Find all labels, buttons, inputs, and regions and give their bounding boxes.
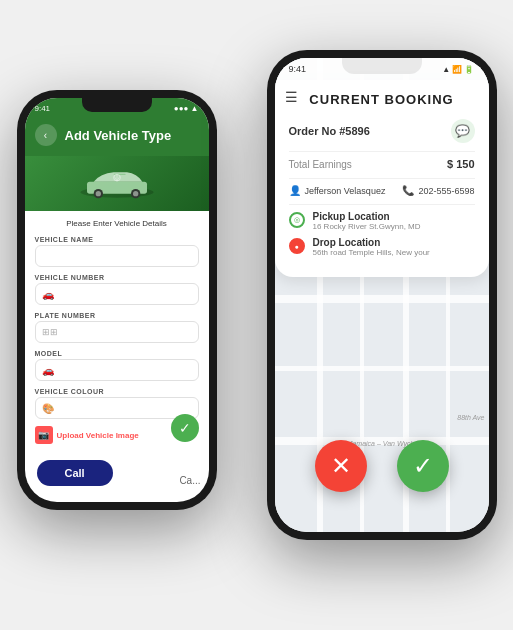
menu-button[interactable]: ☰: [285, 88, 298, 106]
vehicle-number-label: VEHICLE NUMBER: [35, 274, 199, 281]
order-row: Order No #5896 💬: [289, 119, 475, 143]
confirm-fab[interactable]: ✓: [171, 414, 199, 442]
vehicle-name-label: VEHICLE NAME: [35, 236, 199, 243]
order-number: Order No #5896: [289, 125, 370, 137]
left-time: 9:41: [35, 104, 51, 113]
car-illustration: [77, 167, 157, 200]
colour-label: VEHICLE COLOUR: [35, 388, 199, 395]
right-status-bar: 9:41 ▲ 📶 🔋: [275, 58, 489, 80]
hamburger-icon: ☰: [285, 89, 298, 105]
right-phone: 84th Ave 88th Ave Jamaica – Van Wyck 9:4…: [267, 50, 497, 540]
earnings-value: $ 150: [447, 158, 475, 170]
chat-button[interactable]: 💬: [451, 119, 475, 143]
upload-label: Upload Vehicle Image: [57, 431, 139, 440]
action-buttons: ✕ ✓: [275, 440, 489, 492]
right-status-icons: ▲ 📶 🔋: [442, 65, 474, 74]
svg-point-3: [95, 191, 100, 196]
left-notch: [82, 98, 152, 112]
pickup-text: Pickup Location 16 Rocky River St.Gwynn,…: [313, 211, 421, 231]
model-icon: 🚗: [42, 365, 54, 376]
person-icon: 👤: [289, 185, 301, 196]
back-button[interactable]: ‹: [35, 124, 57, 146]
map-label-2: 88th Ave: [457, 414, 484, 421]
drop-dot: ●: [289, 238, 305, 254]
contact-row: 👤 Jefferson Velasquez 📞 202-555-6598: [289, 185, 475, 196]
colour-icon: 🎨: [42, 403, 54, 414]
right-screen: 84th Ave 88th Ave Jamaica – Van Wyck 9:4…: [275, 58, 489, 532]
pickup-row: ◎ Pickup Location 16 Rocky River St.Gwyn…: [289, 211, 475, 231]
contact-phone: 📞 202-555-6598: [402, 185, 474, 196]
phone-icon: 📞: [402, 185, 414, 196]
vehicle-number-input[interactable]: 🚗: [35, 283, 199, 305]
left-screen: 9:41 ●●● ▲ ‹ Add Vehicle Type: [25, 98, 209, 502]
contact-name: 👤 Jefferson Velasquez: [289, 185, 386, 196]
booking-card: ☰ CURRENT BOOKING Order No #5896 💬 Total…: [275, 80, 489, 277]
earnings-label: Total Earnings: [289, 159, 352, 170]
contact-name-text: Jefferson Velasquez: [305, 186, 386, 196]
drop-title: Drop Location: [313, 237, 430, 248]
colour-input[interactable]: 🎨: [35, 397, 199, 419]
left-phone: 9:41 ●●● ▲ ‹ Add Vehicle Type: [17, 90, 217, 510]
earnings-row: Total Earnings $ 150: [289, 158, 475, 170]
model-label: MODEL: [35, 350, 199, 357]
accept-icon: ✓: [413, 452, 433, 480]
drop-text: Drop Location 56th road Temple Hills, Ne…: [313, 237, 430, 257]
form-subtitle: Please Enter Vehicle Details: [35, 219, 199, 228]
pickup-dot: ◎: [289, 212, 305, 228]
divider-2: [289, 178, 475, 179]
contact-phone-text: 202-555-6598: [418, 186, 474, 196]
divider-3: [289, 204, 475, 205]
header-title: Add Vehicle Type: [65, 128, 172, 143]
road-h4: [275, 366, 489, 371]
car-banner: [25, 156, 209, 211]
drop-row: ● Drop Location 56th road Temple Hills, …: [289, 237, 475, 257]
pickup-title: Pickup Location: [313, 211, 421, 222]
road-h3: [275, 295, 489, 303]
divider-1: [289, 151, 475, 152]
call-button[interactable]: Call: [37, 460, 113, 486]
right-time: 9:41: [289, 64, 307, 74]
drop-address: 56th road Temple Hills, New your: [313, 248, 430, 257]
reject-icon: ✕: [331, 452, 351, 480]
pickup-address: 16 Rocky River St.Gwynn, MD: [313, 222, 421, 231]
plate-number-label: PLATE NUMBER: [35, 312, 199, 319]
phones-container: 9:41 ●●● ▲ ‹ Add Vehicle Type: [17, 10, 497, 620]
upload-icon: 📷: [35, 426, 53, 444]
location-section: ◎ Pickup Location 16 Rocky River St.Gwyn…: [289, 211, 475, 257]
plate-number-input[interactable]: ⊞⊞: [35, 321, 199, 343]
reject-button[interactable]: ✕: [315, 440, 367, 492]
booking-title: CURRENT BOOKING: [289, 92, 475, 107]
car-icon: 🚗: [42, 289, 54, 300]
left-signals: ●●● ▲: [174, 104, 199, 113]
plate-icon: ⊞⊞: [42, 327, 58, 337]
svg-point-5: [132, 191, 137, 196]
vehicle-name-input[interactable]: [35, 245, 199, 267]
accept-button[interactable]: ✓: [397, 440, 449, 492]
model-input[interactable]: 🚗: [35, 359, 199, 381]
left-header: ‹ Add Vehicle Type: [25, 118, 209, 156]
cancel-button-left[interactable]: Ca...: [179, 475, 200, 486]
